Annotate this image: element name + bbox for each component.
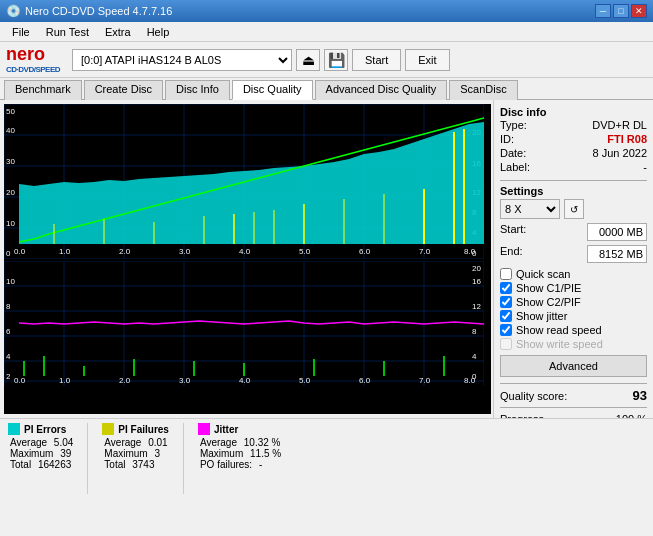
pi-failures-avg-val: 0.01 <box>148 437 167 448</box>
svg-text:20: 20 <box>6 188 15 197</box>
svg-text:10: 10 <box>6 277 15 286</box>
speed-row: 8 X ↺ <box>500 199 647 219</box>
menu-file[interactable]: File <box>4 24 38 40</box>
show-write-speed-checkbox[interactable] <box>500 338 512 350</box>
disc-label-row: Label: - <box>500 160 647 174</box>
pi-failures-title: PI Failures <box>102 423 169 435</box>
end-label: End: <box>500 245 523 263</box>
minimize-button[interactable]: ─ <box>595 4 611 18</box>
svg-text:50: 50 <box>6 107 15 116</box>
tab-benchmark[interactable]: Benchmark <box>4 80 82 100</box>
disc-date-row: Date: 8 Jun 2022 <box>500 146 647 160</box>
svg-text:2.0: 2.0 <box>119 376 131 385</box>
svg-text:6.0: 6.0 <box>359 376 371 385</box>
quick-scan-label: Quick scan <box>516 268 570 280</box>
upper-chart: 0 10 20 30 40 50 0 4 8 12 16 20 0.0 1.0 … <box>4 104 484 259</box>
disc-label-label: Label: <box>500 161 530 173</box>
settings-section: Settings 8 X ↺ Start: End: <box>500 185 647 377</box>
show-jitter-row: Show jitter <box>500 309 647 323</box>
svg-text:0.0: 0.0 <box>14 376 26 385</box>
svg-text:16: 16 <box>472 277 481 286</box>
window-title: Nero CD-DVD Speed 4.7.7.16 <box>25 5 172 17</box>
svg-text:4: 4 <box>472 352 477 361</box>
pi-errors-avg: Average 5.04 <box>8 437 73 448</box>
show-jitter-checkbox[interactable] <box>500 310 512 322</box>
type-label: Type: <box>500 119 527 131</box>
id-label: ID: <box>500 133 514 145</box>
id-value: FTI R08 <box>607 133 647 145</box>
drive-select[interactable]: [0:0] ATAPI iHAS124 B AL0S <box>72 49 292 71</box>
jitter-avg-val: 10.32 % <box>244 437 281 448</box>
svg-text:2.0: 2.0 <box>119 247 131 256</box>
start-button[interactable]: Start <box>352 49 401 71</box>
pi-errors-avg-val: 5.04 <box>54 437 73 448</box>
show-jitter-label: Show jitter <box>516 310 567 322</box>
quality-score-label: Quality score: <box>500 390 567 402</box>
pi-errors-max: Maximum 39 <box>8 448 73 459</box>
jitter-max-val: 11.5 % <box>250 448 281 459</box>
tab-disc-quality[interactable]: Disc Quality <box>232 80 313 100</box>
menu-help[interactable]: Help <box>139 24 178 40</box>
toolbar: nero CD·DVD/SPEED [0:0] ATAPI iHAS124 B … <box>0 42 653 78</box>
menu-bar: File Run Test Extra Help <box>0 22 653 42</box>
window-controls[interactable]: ─ □ ✕ <box>595 4 647 18</box>
pi-errors-group: PI Errors Average 5.04 Maximum 39 Total … <box>8 423 73 494</box>
show-c2pif-row: Show C2/PIF <box>500 295 647 309</box>
svg-text:1.0: 1.0 <box>59 247 71 256</box>
lower-chart: 2 4 6 8 10 0 4 8 12 16 20 0.0 1.0 2.0 3.… <box>4 261 484 386</box>
start-label: Start: <box>500 223 526 241</box>
pi-failures-total: Total 3743 <box>102 459 169 470</box>
save-button[interactable]: 💾 <box>324 49 348 71</box>
svg-text:0.0: 0.0 <box>14 247 26 256</box>
svg-text:6: 6 <box>6 327 11 336</box>
close-button[interactable]: ✕ <box>631 4 647 18</box>
quality-score-row: Quality score: 93 <box>500 388 647 403</box>
tab-disc-info[interactable]: Disc Info <box>165 80 230 100</box>
show-write-speed-label: Show write speed <box>516 338 603 350</box>
maximize-button[interactable]: □ <box>613 4 629 18</box>
start-input[interactable] <box>587 223 647 241</box>
jitter-max: Maximum 11.5 % <box>198 448 281 459</box>
svg-text:4.0: 4.0 <box>239 247 251 256</box>
svg-text:8: 8 <box>472 327 477 336</box>
svg-text:20: 20 <box>472 264 481 273</box>
po-failures-val: - <box>259 459 262 470</box>
eject-button[interactable]: ⏏ <box>296 49 320 71</box>
svg-text:12: 12 <box>472 302 481 311</box>
svg-text:5.0: 5.0 <box>299 376 311 385</box>
app-icon: 💿 <box>6 4 21 18</box>
show-read-speed-checkbox[interactable] <box>500 324 512 336</box>
show-read-speed-row: Show read speed <box>500 323 647 337</box>
pi-errors-max-val: 39 <box>60 448 71 459</box>
show-read-speed-label: Show read speed <box>516 324 602 336</box>
show-c2pif-checkbox[interactable] <box>500 296 512 308</box>
disc-label-value: - <box>643 161 647 173</box>
pi-failures-group: PI Failures Average 0.01 Maximum 3 Total… <box>102 423 169 494</box>
end-input[interactable] <box>587 245 647 263</box>
tab-scandisc[interactable]: ScanDisc <box>449 80 517 100</box>
svg-text:40: 40 <box>6 126 15 135</box>
tab-bar: Benchmark Create Disc Disc Info Disc Qua… <box>0 78 653 100</box>
svg-text:4.0: 4.0 <box>239 376 251 385</box>
tab-create-disc[interactable]: Create Disc <box>84 80 163 100</box>
menu-run-test[interactable]: Run Test <box>38 24 97 40</box>
show-c1pie-label: Show C1/PIE <box>516 282 581 294</box>
exit-button[interactable]: Exit <box>405 49 449 71</box>
tab-advanced-disc-quality[interactable]: Advanced Disc Quality <box>315 80 448 100</box>
speed-select[interactable]: 8 X <box>500 199 560 219</box>
svg-text:3.0: 3.0 <box>179 376 191 385</box>
jitter-group: Jitter Average 10.32 % Maximum 11.5 % PO… <box>198 423 281 494</box>
disc-type-row: Type: DVD+R DL <box>500 118 647 132</box>
date-label: Date: <box>500 147 526 159</box>
show-c1pie-checkbox[interactable] <box>500 282 512 294</box>
pi-failures-color <box>102 423 114 435</box>
svg-text:30: 30 <box>6 157 15 166</box>
pi-errors-total: Total 164263 <box>8 459 73 470</box>
menu-extra[interactable]: Extra <box>97 24 139 40</box>
refresh-button[interactable]: ↺ <box>564 199 584 219</box>
pi-failures-total-val: 3743 <box>132 459 154 470</box>
title-bar: 💿 Nero CD-DVD Speed 4.7.7.16 ─ □ ✕ <box>0 0 653 22</box>
advanced-button[interactable]: Advanced <box>500 355 647 377</box>
quick-scan-checkbox[interactable] <box>500 268 512 280</box>
disc-info-label: Disc info <box>500 106 647 118</box>
